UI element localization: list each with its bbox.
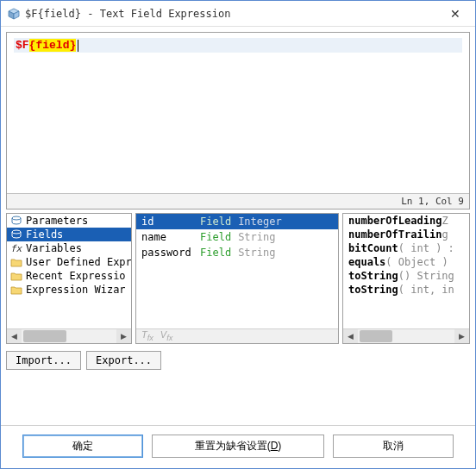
cancel-button[interactable]: 取消 (333, 435, 454, 458)
method-row[interactable]: numberOfTrailing (343, 228, 469, 241)
token-brace-close: } (69, 39, 76, 52)
ok-button[interactable]: 确定 (22, 435, 143, 458)
tree-item-fields[interactable]: Fields (7, 228, 131, 241)
dialog-buttons: 确定 重置为缺省设置(D) 取消 (1, 425, 475, 468)
dialog-window: $F{field} - Text Field Expression ✕ $F{f… (0, 0, 476, 469)
tree-item-user-defined-expr[interactable]: User Defined Expr (7, 255, 131, 269)
category-pane: ParametersFieldsfxVariablesUser Defined … (6, 213, 132, 344)
import-export-row: Import... Export... (6, 351, 470, 370)
method-row[interactable]: toString() String (343, 269, 469, 283)
editor-textarea[interactable]: $F{field} (7, 33, 469, 193)
field-row[interactable]: nameFieldString (136, 229, 338, 245)
scroll-left-icon[interactable]: ◀ (343, 329, 358, 343)
expression-editor: $F{field} Ln 1, Col 9 (6, 32, 470, 209)
tool-icon[interactable]: Tfx (141, 329, 153, 342)
titlebar: $F{field} - Text Field Expression ✕ (1, 1, 475, 27)
cube-icon (8, 8, 20, 20)
window-title: $F{field} - Text Field Expression (25, 8, 442, 20)
scrollbar[interactable]: ◀ ▶ (7, 328, 131, 343)
close-button[interactable]: ✕ (442, 3, 468, 24)
fields-list[interactable]: idFieldIntegernameFieldStringpasswordFie… (136, 214, 338, 328)
scrollbar[interactable]: ◀ ▶ (343, 328, 469, 343)
editor-statusbar: Ln 1, Col 9 (7, 193, 469, 209)
scroll-right-icon[interactable]: ▶ (116, 329, 131, 343)
svg-point-3 (12, 216, 21, 220)
methods-list[interactable]: numberOfLeadingZnumberOfTrailingbitCount… (343, 214, 469, 328)
content-area: $F{field} Ln 1, Col 9 ParametersFieldsfx… (1, 27, 475, 425)
token-brace-open: { (29, 39, 36, 52)
tool-icon[interactable]: Vfx (160, 329, 172, 342)
import-button[interactable]: Import... (6, 351, 81, 370)
fields-toolbar: Tfx Vfx (136, 328, 338, 343)
category-tree[interactable]: ParametersFieldsfxVariablesUser Defined … (7, 214, 131, 328)
method-row[interactable]: bitCount( int ) : (343, 241, 469, 255)
reset-defaults-button[interactable]: 重置为缺省设置(D) (152, 435, 324, 458)
export-button[interactable]: Export... (86, 351, 161, 370)
tree-item-expression-wizar[interactable]: Expression Wizar (7, 283, 131, 297)
methods-pane: numberOfLeadingZnumberOfTrailingbitCount… (342, 213, 470, 344)
method-row[interactable]: numberOfLeadingZ (343, 214, 469, 228)
tree-item-variables[interactable]: fxVariables (7, 241, 131, 255)
panes-row: ParametersFieldsfxVariablesUser Defined … (6, 213, 470, 344)
method-row[interactable]: toString( int, in (343, 283, 469, 297)
token-field: field (35, 39, 69, 52)
text-cursor (78, 40, 78, 52)
method-row[interactable]: equals( Object ) (343, 255, 469, 269)
tree-item-parameters[interactable]: Parameters (7, 214, 131, 228)
tree-item-recent-expressio[interactable]: Recent Expressio (7, 269, 131, 283)
scroll-left-icon[interactable]: ◀ (7, 329, 22, 343)
editor-line: $F{field} (14, 38, 462, 53)
field-row[interactable]: idFieldInteger (136, 214, 338, 229)
scroll-right-icon[interactable]: ▶ (454, 329, 469, 343)
cursor-position: Ln 1, Col 9 (401, 196, 464, 207)
field-row[interactable]: passwordFieldString (136, 245, 338, 260)
token-prefix: $F (16, 39, 29, 52)
fields-pane: idFieldIntegernameFieldStringpasswordFie… (135, 213, 339, 344)
svg-point-4 (12, 230, 21, 234)
